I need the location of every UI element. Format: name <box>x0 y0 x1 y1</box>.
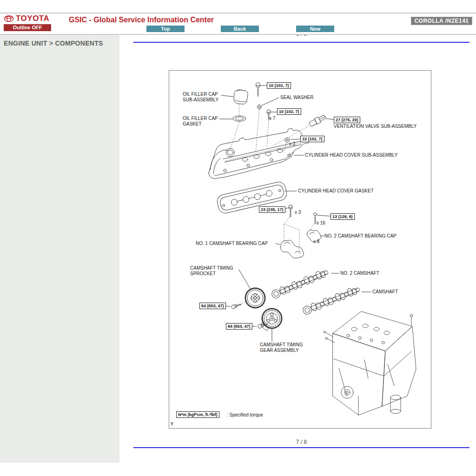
camshaft-timing-sprocket-art <box>245 288 265 308</box>
page-indicator-bottom: 7 / 8 <box>133 439 469 445</box>
divider-bottom <box>133 447 469 448</box>
label-oil-filler-cap: OIL FILLER CAP SUB-ASSEMBLY <box>183 92 218 103</box>
page-title: GSIC - Global Service Information Center <box>69 16 214 24</box>
qty-head-bolt: x 7 <box>269 116 275 121</box>
toyota-logo-icon <box>4 15 14 22</box>
top-button[interactable]: Top <box>146 26 185 32</box>
camshaft-art <box>302 285 361 316</box>
label-cylinder-head-cover: CYLINDER HEAD COVER SUB-ASSEMBLY <box>305 152 397 158</box>
bolt-icon <box>289 205 292 217</box>
torque-bearing-bolt-a: 23 (235, 17) <box>259 206 285 213</box>
bolt-icon <box>231 303 242 309</box>
label-ventilation-valve: VENTILATION VALVE SUB-ASSEMBLY <box>334 124 416 129</box>
divider-top <box>133 42 469 43</box>
bolt-icon <box>256 83 260 97</box>
qty-cover-nut: x 2 <box>289 141 295 146</box>
no2-camshaft-art <box>271 268 330 299</box>
header-bottom-rule <box>0 34 476 35</box>
header-top-rule <box>0 13 476 13</box>
label-no1-bearing-cap: NO. 1 CAMSHAFT BEARING CAP <box>196 241 268 246</box>
ventilation-valve-art <box>309 114 327 127</box>
app-header: TOYOTA GSIC - Global Service Information… <box>0 0 476 35</box>
oil-filler-cap-art <box>234 90 248 104</box>
corner-mark: T <box>171 422 173 426</box>
seal-washer-art <box>258 105 262 109</box>
new-button[interactable]: New <box>296 26 334 32</box>
torque-head-bolt: 10 (102, 7) <box>277 108 301 115</box>
back-button[interactable]: Back <box>221 26 259 32</box>
label-timing-gear: CAMSHAFT TIMING GEAR ASSEMBLY <box>260 342 303 353</box>
outline-off-button[interactable]: Outline OFF <box>4 24 51 31</box>
torque-vent-valve: 27 (275, 20) <box>334 117 360 123</box>
label-no2-bearing-cap: NO. 2 CAMSHAFT BEARING CAP <box>324 233 397 239</box>
label-oil-filler-cap-gasket: OIL FILLER CAP GASKET <box>183 116 218 127</box>
sidebar: ENGINE UNIT > COMPONENTS <box>0 35 119 463</box>
legend-text: : Specified torque <box>227 412 263 417</box>
torque-bearing-bolt-b: 13 (129, 9) <box>331 213 355 220</box>
qty-bearing-cap: x 8 <box>313 239 319 244</box>
torque-gear-bolt: 64 (653, 47) <box>226 323 252 330</box>
torque-sprocket-bolt: 64 (653, 47) <box>199 303 226 309</box>
qty-bearing-a: x 3 <box>295 210 301 215</box>
engine-block-art <box>324 311 416 415</box>
legend-units-box: N*m (kgf*cm, ft.*lbf) <box>176 411 219 418</box>
toyota-brand: TOYOTA <box>4 14 49 23</box>
label-seal-washer: SEAL WASHER <box>280 95 314 100</box>
components-diagram: OIL FILLER CAP SUB-ASSEMBLY OIL FILLER C… <box>169 70 431 429</box>
vehicle-badge: COROLLA /NZE141 <box>411 17 472 25</box>
torque-cover-nut: 10 (102, 7) <box>300 136 324 142</box>
qty-bearing-b: x 16 <box>317 220 325 225</box>
toyota-brand-text: TOYOTA <box>16 14 49 23</box>
cylinder-head-cover-art <box>209 128 310 178</box>
breadcrumb: ENGINE UNIT > COMPONENTS <box>0 35 119 52</box>
label-camshaft: CAMSHAFT <box>372 289 398 295</box>
camshaft-timing-gear-art <box>261 309 282 331</box>
label-timing-sprocket: CAMSHAFT TIMING SPROCKET <box>190 265 233 277</box>
label-cylinder-head-cover-gasket: CYLINDER HEAD COVER GASKET <box>298 188 374 194</box>
label-no2-camshaft: NO. 2 CAMSHAFT <box>340 271 379 276</box>
torque-cap-bolt: 10 (102, 7) <box>267 82 291 89</box>
oil-filler-cap-gasket-art <box>233 116 246 121</box>
